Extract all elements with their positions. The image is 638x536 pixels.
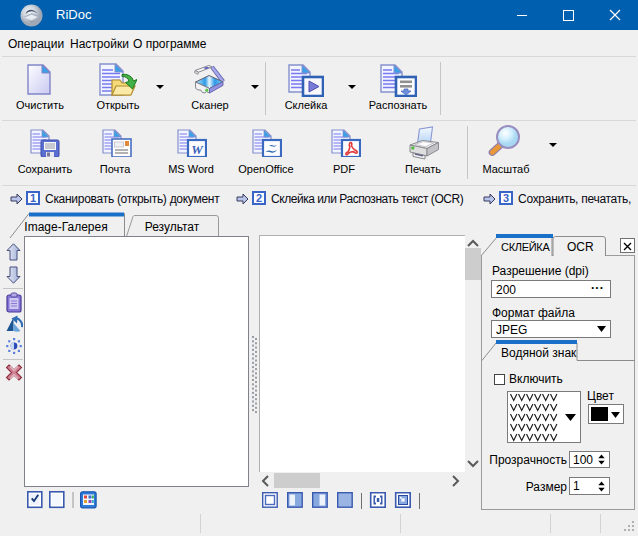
svg-text:W: W <box>191 142 204 157</box>
svg-text:Результат: Результат <box>145 220 200 234</box>
svg-text:Image-Галерея: Image-Галерея <box>24 220 107 234</box>
